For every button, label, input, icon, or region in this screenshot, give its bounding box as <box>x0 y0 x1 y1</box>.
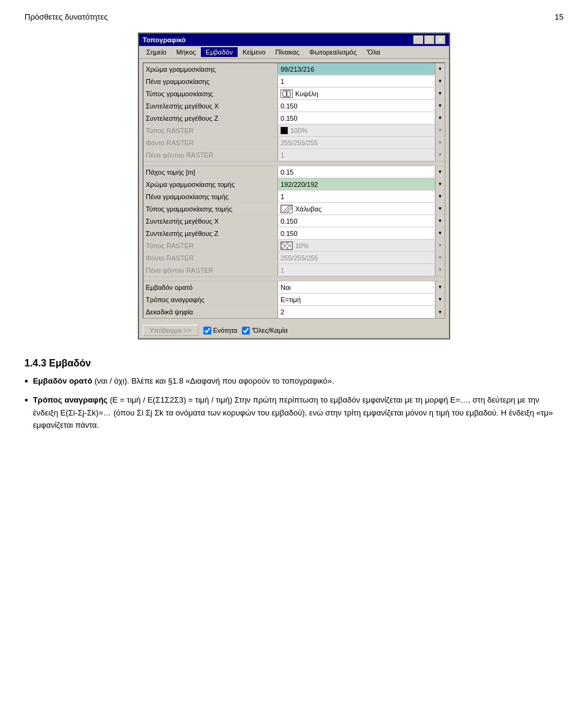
page-header: Πρόσθετες δυνατότητες 15 <box>24 12 564 21</box>
value-sxf-z[interactable]: 0.150 ▼ <box>278 112 445 124</box>
minimize-button[interactable]: _ <box>413 36 423 44</box>
dialog-content: Χρώμα γραμμοσκίασης 99/213/216 ▼ Πένα γρ… <box>143 63 445 319</box>
svg-marker-0 <box>282 91 287 97</box>
value-typos-raster2: 10% ▼ <box>278 240 445 251</box>
label-pena-grammoskiasis: Πένα γραμμοσκίασης <box>143 75 278 87</box>
row-xroma-grammoskiasis: Χρώμα γραμμοσκίασης 99/213/216 ▼ <box>143 63 445 75</box>
dialog-footer: Υπόδειγμα >> Ενότητα 'Όλες/Καμία <box>139 322 449 338</box>
dropdown-typos-grammoskiasis[interactable]: ▼ <box>435 88 445 99</box>
dialog-menubar: Σημείο Μήκος Εμβαδόν Κείμενο Πίνακας Φωτ… <box>139 46 449 59</box>
checkbox-oles-kamia[interactable]: 'Όλες/Καμία <box>242 327 287 335</box>
separator1 <box>143 161 445 166</box>
bullet-symbol-1: ▪ <box>24 375 28 388</box>
menu-simeio[interactable]: Σημείο <box>141 47 172 57</box>
dropdown-fonto-raster1: ▼ <box>435 137 445 148</box>
row-emvadon-orато: Εμβαδόν ορατό Ναι ▼ <box>143 281 445 294</box>
menu-ola[interactable]: 'Όλα <box>361 47 385 57</box>
row-dekadika-psifia: Δεκαδικά ψηφία 2 ▼ <box>143 306 445 318</box>
value-dekadika-psifia[interactable]: 2 ▼ <box>278 306 445 318</box>
value-fonto-raster2: 255/255/255 ▼ <box>278 252 445 264</box>
label-dekadika-psifia: Δεκαδικά ψηφία <box>143 306 278 318</box>
dropdown-emvadon-orато[interactable]: ▼ <box>435 281 445 293</box>
dropdown-sxf-z[interactable]: ▼ <box>435 112 445 124</box>
bold-tropos-anagrafis: Τρόπος αναγραφής <box>33 395 108 404</box>
value-tropos-anagrafis[interactable]: Ε=τιμή ▼ <box>278 294 445 305</box>
value-pena-fonto-raster2: 1 ▼ <box>278 264 445 276</box>
maximize-button[interactable]: □ <box>424 36 434 44</box>
value-paxos-tomis[interactable]: 0.15 ▼ <box>278 166 445 178</box>
menu-pinakas[interactable]: Πίνακας <box>270 47 304 57</box>
menu-mikos[interactable]: Μήκος <box>172 47 201 57</box>
value-sxf-x[interactable]: 0.150 ▼ <box>278 100 445 112</box>
label-typos-grammoskiasis-tomis: Τύπος γραμμοσκίασης τομής <box>143 203 278 214</box>
value-sxf-z2[interactable]: 0.150 ▼ <box>278 227 445 239</box>
dropdown-typos-raster2: ▼ <box>435 240 445 251</box>
pattern-hex-icon <box>281 89 293 98</box>
checkbox-enotita[interactable]: Ενότητα <box>203 327 238 335</box>
checkbox-enotita-label: Ενότητα <box>213 327 238 334</box>
dropdown-sxf-z2[interactable]: ▼ <box>435 227 445 239</box>
close-button[interactable]: ✕ <box>435 36 445 44</box>
svg-marker-1 <box>286 91 291 97</box>
separator2 <box>143 276 445 281</box>
dropdown-sxf-x[interactable]: ▼ <box>435 100 445 112</box>
row-sxf-x2: Συντελεστής μεγέθους Χ 0.150 ▼ <box>143 215 445 227</box>
value-typos-grammoskiasis-tomis[interactable]: Χάλυβας ▼ <box>278 203 445 214</box>
value-xroma-grammoskiasis[interactable]: 99/213/216 ▼ <box>278 63 445 75</box>
label-fonto-raster2: Φόντο RASTER <box>143 252 278 264</box>
chapter-title: Πρόσθετες δυνατότητες <box>24 12 108 21</box>
dropdown-xroma-grammoskiasis-tomis[interactable]: ▼ <box>435 178 445 190</box>
svg-rect-12 <box>286 247 288 249</box>
dropdown-pena-grammoskiasis[interactable]: ▼ <box>435 75 445 87</box>
titlebar-buttons: _ □ ✕ <box>413 36 445 44</box>
text-tropos-anagrafis: Τρόπος αναγραφής (Ε = τιμή / Ε(Σ1Σ2Σ3) =… <box>33 394 564 432</box>
menu-keimeno[interactable]: Κείμενο <box>238 47 271 57</box>
value-typos-grammoskiasis[interactable]: Κυψέλη ▼ <box>278 88 445 99</box>
svg-rect-10 <box>288 245 291 247</box>
label-sxf-z: Συντελεστής μεγέθους Ζ <box>143 112 278 124</box>
label-fonto-raster1: Φόντο RASTER <box>143 137 278 148</box>
dropdown-sxf-x2[interactable]: ▼ <box>435 215 445 227</box>
label-typos-raster2: Τύπος RASTER <box>143 240 278 251</box>
ypodigma-button[interactable]: Υπόδειγμα >> <box>143 325 198 336</box>
label-paxos-tomis: Πάχος τομής [m] <box>143 166 278 178</box>
checkbox-enotita-input[interactable] <box>203 327 211 335</box>
bullet-list: ▪ Εμβαδόν ορατό (ναι / όχι). Βλέπε και §… <box>24 375 564 432</box>
label-pena-fonto-raster2: Πένα φόντου RASTER <box>143 264 278 276</box>
value-sxf-x2[interactable]: 0.150 ▼ <box>278 215 445 227</box>
row-sxf-z2: Συντελεστής μεγέθους Ζ 0.150 ▼ <box>143 227 445 240</box>
value-pena-fonto-raster1: 1 ▼ <box>278 149 445 161</box>
dialog-titlebar: Τοπογραφικό _ □ ✕ <box>139 34 449 46</box>
dropdown-paxos-tomis[interactable]: ▼ <box>435 166 445 178</box>
row-sxf-z: Συντελεστής μεγέθους Ζ 0.150 ▼ <box>143 112 445 124</box>
checkbox-oles-kamia-input[interactable] <box>242 327 250 335</box>
dropdown-typos-raster1: ▼ <box>435 124 445 136</box>
list-item-tropos-anagrafis: ▪ Τρόπος αναγραφής (Ε = τιμή / Ε(Σ1Σ2Σ3)… <box>24 394 564 432</box>
value-emvadon-orато[interactable]: Ναι ▼ <box>278 281 445 293</box>
row-typos-grammoskiasis-tomis: Τύπος γραμμοσκίασης τομής Χάλυβας ▼ <box>143 203 445 215</box>
dropdown-typos-grammoskiasis-tomis[interactable]: ▼ <box>435 203 445 214</box>
dropdown-pena-grammoskiasis-tomis[interactable]: ▼ <box>435 191 445 202</box>
value-xroma-grammoskiasis-tomis[interactable]: 192/220/192 ▼ <box>278 178 445 190</box>
row-paxos-tomis: Πάχος τομής [m] 0.15 ▼ <box>143 166 445 178</box>
dropdown-tropos-anagrafis[interactable]: ▼ <box>435 294 445 305</box>
svg-rect-7 <box>281 242 284 245</box>
page-number: 15 <box>555 12 564 21</box>
row-typos-raster2: Τύπος RASTER 10% ▼ <box>143 240 445 252</box>
label-emvadon-orато: Εμβαδόν ορατό <box>143 281 278 293</box>
dropdown-fonto-raster2: ▼ <box>435 252 445 264</box>
hatch-pattern-icon <box>281 205 293 213</box>
menu-emvadon[interactable]: Εμβαδόν <box>201 47 238 57</box>
dropdown-dekadika-psifia[interactable]: ▼ <box>435 306 445 318</box>
svg-rect-9 <box>284 245 286 247</box>
value-pena-grammoskiasis[interactable]: 1 ▼ <box>278 75 445 87</box>
value-pena-grammoskiasis-tomis[interactable]: 1 ▼ <box>278 191 445 202</box>
row-typos-raster1: Τύπος RASTER 100% ▼ <box>143 124 445 137</box>
row-pena-fonto-raster1: Πένα φόντου RASTER 1 ▼ <box>143 149 445 161</box>
label-pena-fonto-raster1: Πένα φόντου RASTER <box>143 149 278 161</box>
menu-fotorealismos[interactable]: Φωτορεαλισμός <box>304 47 362 57</box>
label-pena-grammoskiasis-tomis: Πένα γραμμοσκίασης τομής <box>143 191 278 202</box>
label-sxf-x: Συντελεστής μεγέθους Χ <box>143 100 278 112</box>
dropdown-xroma-grammoskiasis[interactable]: ▼ <box>435 63 445 75</box>
row-sxf-x: Συντελεστής μεγέθους Χ 0.150 ▼ <box>143 100 445 112</box>
